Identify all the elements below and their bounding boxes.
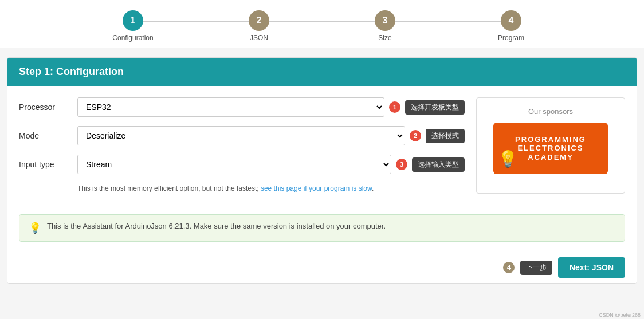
step-4[interactable]: 4Program <box>448 10 574 42</box>
processor-tooltip[interactable]: 选择开发板类型 <box>405 100 465 115</box>
step-circle-3: 3 <box>375 10 395 31</box>
step-1[interactable]: 1Configuration <box>70 10 196 42</box>
sponsor-area: Our sponsors 💡 PROGRAMMINGELECTRONICSACA… <box>476 97 625 194</box>
mode-badge: 2 <box>410 130 421 141</box>
sponsor-title: Our sponsors <box>528 107 573 116</box>
next-button[interactable]: Next: JSON <box>558 257 625 278</box>
info-box: 💡 This is the Assistant for ArduinoJson … <box>19 214 625 242</box>
led-icon: 💡 <box>498 149 519 170</box>
info-icon: 💡 <box>29 222 41 234</box>
info-text: This is the Assistant for ArduinoJson 6.… <box>47 222 386 230</box>
main-container: Step 1: Configuration Processor ESP32 ES… <box>7 57 637 284</box>
input-type-select[interactable]: Stream String char array <box>77 155 391 174</box>
processor-label: Processor <box>19 103 70 112</box>
mode-select[interactable]: Deserialize Serialize <box>77 126 405 145</box>
processor-badge: 1 <box>389 101 400 113</box>
step4-badge: 4 <box>503 262 515 273</box>
next-step-label: 下一步 <box>520 261 552 275</box>
mode-label: Mode <box>19 131 70 140</box>
input-type-label: Input type <box>19 160 70 169</box>
mode-tooltip[interactable]: 选择模式 <box>426 129 465 143</box>
step-label-4: Program <box>498 34 524 42</box>
processor-row: Processor ESP32 ESP8266 Arduino Uno Ardu… <box>19 97 465 117</box>
hint-link[interactable]: see this page if your program is slow <box>261 184 372 192</box>
hint-text-prefix: This is the most memory efficient option… <box>77 184 261 192</box>
footer-bar: 4 下一步 Next: JSON <box>7 251 637 283</box>
mode-select-wrapper: Deserialize Serialize 2 选择模式 <box>77 126 465 145</box>
section-header: Step 1: Configuration <box>7 58 637 86</box>
step-label-1: Configuration <box>112 34 153 42</box>
input-type-tooltip[interactable]: 选择输入类型 <box>412 157 465 172</box>
input-type-row: Input type Stream String char array 3 选择… <box>19 155 465 174</box>
form-area: Processor ESP32 ESP8266 Arduino Uno Ardu… <box>19 97 465 194</box>
step-label-2: JSON <box>250 34 268 42</box>
input-type-badge: 3 <box>396 159 407 170</box>
input-type-select-wrapper: Stream String char array 3 选择输入类型 <box>77 155 465 174</box>
section-title: Step 1: Configuration <box>19 66 625 78</box>
processor-select[interactable]: ESP32 ESP8266 Arduino Uno Arduino Mega <box>77 97 384 117</box>
mode-row: Mode Deserialize Serialize 2 选择模式 <box>19 126 465 145</box>
hint-suffix: . <box>372 184 374 192</box>
hint-text: This is the most memory efficient option… <box>77 183 465 194</box>
step-3[interactable]: 3Size <box>322 10 448 42</box>
sponsor-logo-text: PROGRAMMINGELECTRONICSACADEMY <box>515 135 586 162</box>
stepper: 1Configuration2JSON3Size4Program <box>0 0 644 48</box>
step-circle-2: 2 <box>249 10 269 31</box>
step-circle-4: 4 <box>501 10 521 31</box>
sponsor-logo[interactable]: 💡 PROGRAMMINGELECTRONICSACADEMY <box>493 123 608 174</box>
processor-select-wrapper: ESP32 ESP8266 Arduino Uno Arduino Mega 1… <box>77 97 465 117</box>
step-label-3: Size <box>378 34 391 42</box>
step-2[interactable]: 2JSON <box>196 10 322 42</box>
step-circle-1: 1 <box>123 10 143 31</box>
content-area: Processor ESP32 ESP8266 Arduino Uno Ardu… <box>7 86 637 205</box>
